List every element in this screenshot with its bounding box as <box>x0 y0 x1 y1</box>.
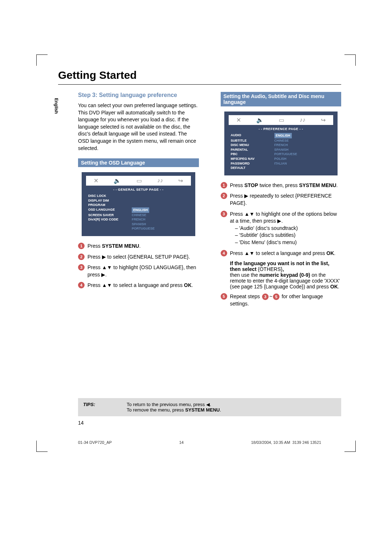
step-item: 2 Press ▶ to select {GENERAL SETUP PAGE}… <box>78 254 199 261</box>
osd-item: DivX(R) VOD CODE <box>88 217 132 222</box>
tips-line: To remove the menu, press SYSTEM MENU. <box>127 407 221 413</box>
footer-partnum: 3139 246 13521 <box>292 440 321 445</box>
osd-screenshot: ✕ 🔈 ▭ ♪♪ ↪ - - GENERAL SETUP PAGE - - DI… <box>82 172 195 236</box>
tips-label: TIPS: <box>83 402 127 407</box>
step-bullet-1: 1 <box>221 182 227 189</box>
step-bullet-4: 4 <box>78 282 85 288</box>
pref-item: DISC MENU <box>231 143 274 147</box>
pref-value: ITALIAN <box>274 161 331 166</box>
step-bullet-2: 2 <box>78 254 85 260</box>
left-column: Step 3: Setting language preference You … <box>78 92 199 311</box>
page-title: Getting Started <box>58 69 341 81</box>
exit-icon: ↪ <box>178 177 183 184</box>
osd-item: SCREEN SAVER <box>88 213 132 218</box>
step-bullet-3: 3 <box>221 211 227 217</box>
osd-value: SPANISH <box>132 222 189 227</box>
step-item: 1 Press SYSTEM MENU. <box>78 243 199 250</box>
pref-item: MP3/JPEG NAV <box>231 157 274 161</box>
step-item: 4 Press ▲▼ to select a language and pres… <box>78 282 199 289</box>
step-item: 3 Press ▲▼ to highlight {OSD LANGUAGE}, … <box>78 264 199 278</box>
pref-item: AUDIO <box>231 133 274 138</box>
step3-intro: You can select your own preferred langua… <box>78 102 199 152</box>
osd-value: PORTUGUESE <box>132 226 189 231</box>
title-rule <box>58 84 341 85</box>
tips-line: To return to the previous menu, press ◀. <box>127 402 221 407</box>
step-item: 4 Press ▲▼ to select a language and pres… <box>221 250 342 257</box>
wrench-icon: ✕ <box>236 117 241 123</box>
osd-item: DISPLAY DIM <box>88 198 132 203</box>
osd-item: PROGRAM <box>88 203 132 207</box>
osd-item: DISC LOCK <box>88 194 132 198</box>
eq-icon: ♪♪ <box>157 177 163 184</box>
step-item: 1 Press STOP twice then, press SYSTEM ME… <box>221 182 342 189</box>
pref-value: POLISH <box>274 157 331 161</box>
wrench-icon: ✕ <box>94 177 98 184</box>
step-bullet-4: 4 <box>221 250 227 256</box>
pref-value: PORTUGUESE <box>274 152 331 157</box>
note-block: If the language you want is not in the l… <box>230 260 342 289</box>
step-item: 3 Press ▲▼ to highlight one of the optio… <box>221 211 342 246</box>
pref-screenshot: ✕ 🔈 ▭ ♪♪ ↪ - - PREFERENCE PAGE - - AUDIO… <box>224 112 338 175</box>
pref-item: DEFAULT <box>231 166 274 170</box>
inline-bullet-3: 3 <box>262 293 269 300</box>
osd-section-header: Setting the OSD Language <box>78 158 199 167</box>
osd-value: FRENCH <box>132 217 189 222</box>
footer-pagenum: 14 <box>179 440 184 445</box>
inline-bullet-5: 5 <box>273 293 279 300</box>
pref-item: SUBTITLE <box>231 138 274 143</box>
step-bullet-3: 3 <box>78 264 85 271</box>
page-number: 14 <box>78 420 341 426</box>
osd-value: CHINESE <box>132 213 189 218</box>
step-bullet-5: 5 <box>221 293 227 300</box>
pref-item: PARENTAL <box>231 147 274 152</box>
footer-filename: 01-34 DVP720_AP <box>78 440 112 445</box>
right-column: Setting the Audio, Subtitle and Disc men… <box>221 92 342 311</box>
step-item: 5 Repeat steps 3~5 for other language se… <box>221 293 342 307</box>
speaker-icon: 🔈 <box>114 177 121 184</box>
pref-value: SPANISH <box>274 147 331 152</box>
eq-icon: ♪♪ <box>300 117 306 123</box>
step3-heading: Step 3: Setting language preference <box>78 92 199 98</box>
osd-value: ENGLISH <box>132 207 149 213</box>
pref-value: FRENCH <box>274 143 331 147</box>
step-bullet-2: 2 <box>221 193 227 199</box>
speaker-icon: 🔈 <box>256 117 264 123</box>
step-item: 2 Press ▶ repeatedly to select {PREFEREN… <box>221 193 342 207</box>
osd-item: OSD LANGUAGE <box>88 207 132 213</box>
pref-value: ENGLISH <box>274 133 292 138</box>
tv-icon: ▭ <box>136 177 142 184</box>
tv-icon: ▭ <box>279 117 284 123</box>
pref-section-header: Setting the Audio, Subtitle and Disc men… <box>221 92 342 106</box>
osd-title: - - GENERAL SETUP PAGE - - <box>82 188 195 191</box>
pref-item: PASSWORD <box>231 161 274 166</box>
step-bullet-1: 1 <box>78 243 85 249</box>
exit-icon: ↪ <box>321 117 326 123</box>
language-tab: English <box>54 98 59 114</box>
pref-value: CHINESE <box>274 138 331 143</box>
footer-timestamp: 18/03/2004, 10:35 AM <box>251 440 290 445</box>
manual-page: English Getting Started Step 3: Setting … <box>0 0 392 474</box>
print-footer: 01-34 DVP720_AP 14 18/03/2004, 10:35 AM … <box>78 440 321 445</box>
pref-title: - - PREFERENCE PAGE - - <box>224 127 338 131</box>
tips-box: TIPS: To return to the previous menu, pr… <box>78 398 341 416</box>
pref-item: PBC <box>231 152 274 157</box>
